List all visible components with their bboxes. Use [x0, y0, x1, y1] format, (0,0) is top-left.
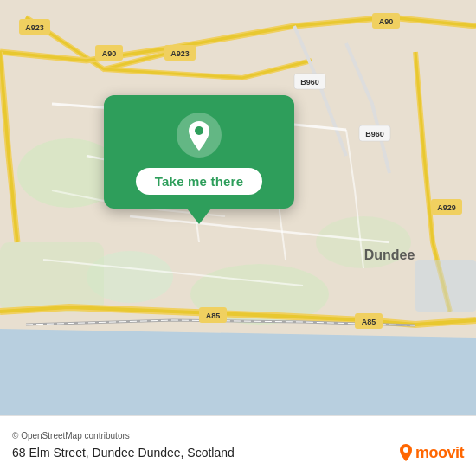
- svg-point-30: [195, 126, 203, 135]
- moovit-logo: moovit: [399, 444, 464, 462]
- svg-text:A85: A85: [206, 312, 221, 320]
- svg-text:A90: A90: [379, 17, 394, 26]
- svg-point-31: [403, 447, 408, 453]
- location-pin-icon: [177, 113, 222, 158]
- map-container: A923 A923 A90 A90 B960 B960 A929 A85 A85…: [0, 0, 476, 415]
- svg-rect-28: [415, 260, 476, 312]
- svg-text:Dundee: Dundee: [364, 248, 415, 262]
- svg-text:A929: A929: [437, 203, 456, 212]
- location-text: 68 Elm Street, Dundee Dundee, Scotland: [12, 446, 235, 460]
- svg-text:A90: A90: [102, 49, 117, 58]
- footer: © OpenStreetMap contributors 68 Elm Stre…: [0, 415, 476, 476]
- svg-text:A85: A85: [362, 318, 376, 326]
- svg-text:A923: A923: [25, 23, 44, 32]
- svg-marker-3: [0, 329, 476, 415]
- popup-card: Take me there: [104, 95, 294, 209]
- svg-text:B960: B960: [365, 130, 384, 138]
- take-me-there-button[interactable]: Take me there: [136, 168, 262, 195]
- attribution-text: © OpenStreetMap contributors: [12, 431, 464, 441]
- footer-location-row: 68 Elm Street, Dundee Dundee, Scotland m…: [12, 444, 464, 462]
- svg-text:B960: B960: [300, 78, 319, 87]
- moovit-pin-icon: [399, 444, 413, 461]
- svg-text:A923: A923: [170, 49, 190, 58]
- moovit-logo-text: moovit: [415, 444, 464, 462]
- svg-rect-7: [0, 242, 104, 312]
